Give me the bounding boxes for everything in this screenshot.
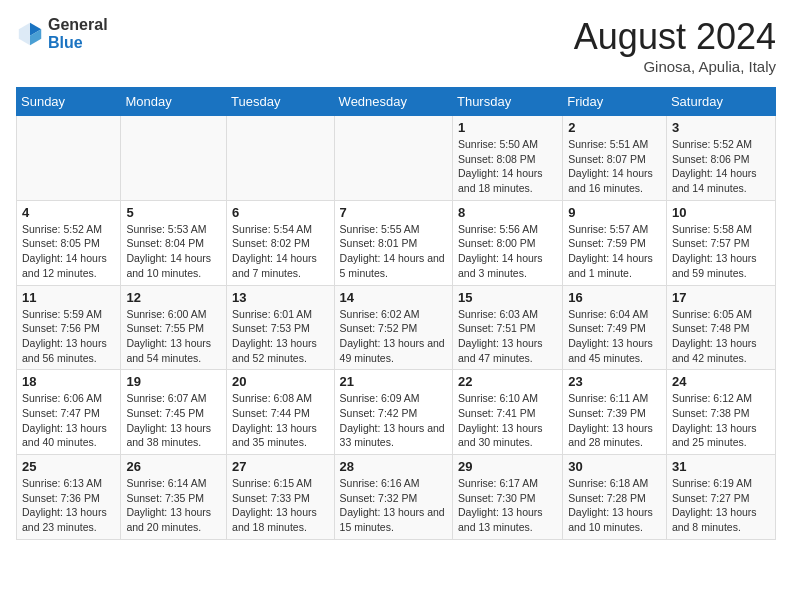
weekday-header-row: SundayMondayTuesdayWednesdayThursdayFrid… [17, 88, 776, 116]
calendar-cell: 1Sunrise: 5:50 AM Sunset: 8:08 PM Daylig… [452, 116, 562, 201]
day-number: 8 [458, 205, 557, 220]
day-info: Sunrise: 6:08 AM Sunset: 7:44 PM Dayligh… [232, 391, 328, 450]
calendar-cell: 15Sunrise: 6:03 AM Sunset: 7:51 PM Dayli… [452, 285, 562, 370]
day-number: 14 [340, 290, 447, 305]
calendar-cell: 7Sunrise: 5:55 AM Sunset: 8:01 PM Daylig… [334, 200, 452, 285]
calendar-cell: 31Sunrise: 6:19 AM Sunset: 7:27 PM Dayli… [666, 455, 775, 540]
day-number: 16 [568, 290, 661, 305]
day-number: 1 [458, 120, 557, 135]
day-info: Sunrise: 6:12 AM Sunset: 7:38 PM Dayligh… [672, 391, 770, 450]
calendar-cell: 3Sunrise: 5:52 AM Sunset: 8:06 PM Daylig… [666, 116, 775, 201]
day-info: Sunrise: 6:06 AM Sunset: 7:47 PM Dayligh… [22, 391, 115, 450]
calendar-cell: 13Sunrise: 6:01 AM Sunset: 7:53 PM Dayli… [227, 285, 334, 370]
day-number: 20 [232, 374, 328, 389]
calendar-cell: 25Sunrise: 6:13 AM Sunset: 7:36 PM Dayli… [17, 455, 121, 540]
calendar-cell: 9Sunrise: 5:57 AM Sunset: 7:59 PM Daylig… [563, 200, 667, 285]
calendar-table: SundayMondayTuesdayWednesdayThursdayFrid… [16, 87, 776, 540]
day-number: 25 [22, 459, 115, 474]
day-number: 24 [672, 374, 770, 389]
day-info: Sunrise: 6:00 AM Sunset: 7:55 PM Dayligh… [126, 307, 221, 366]
day-info: Sunrise: 6:19 AM Sunset: 7:27 PM Dayligh… [672, 476, 770, 535]
day-number: 7 [340, 205, 447, 220]
day-number: 27 [232, 459, 328, 474]
title-block: August 2024 Ginosa, Apulia, Italy [574, 16, 776, 75]
day-number: 11 [22, 290, 115, 305]
calendar-cell: 29Sunrise: 6:17 AM Sunset: 7:30 PM Dayli… [452, 455, 562, 540]
day-number: 13 [232, 290, 328, 305]
calendar-cell: 27Sunrise: 6:15 AM Sunset: 7:33 PM Dayli… [227, 455, 334, 540]
day-number: 17 [672, 290, 770, 305]
day-number: 3 [672, 120, 770, 135]
day-number: 15 [458, 290, 557, 305]
weekday-header: Friday [563, 88, 667, 116]
calendar-week-row: 18Sunrise: 6:06 AM Sunset: 7:47 PM Dayli… [17, 370, 776, 455]
day-info: Sunrise: 5:50 AM Sunset: 8:08 PM Dayligh… [458, 137, 557, 196]
calendar-cell: 26Sunrise: 6:14 AM Sunset: 7:35 PM Dayli… [121, 455, 227, 540]
calendar-week-row: 4Sunrise: 5:52 AM Sunset: 8:05 PM Daylig… [17, 200, 776, 285]
day-info: Sunrise: 6:17 AM Sunset: 7:30 PM Dayligh… [458, 476, 557, 535]
day-info: Sunrise: 6:09 AM Sunset: 7:42 PM Dayligh… [340, 391, 447, 450]
day-info: Sunrise: 5:59 AM Sunset: 7:56 PM Dayligh… [22, 307, 115, 366]
day-info: Sunrise: 6:05 AM Sunset: 7:48 PM Dayligh… [672, 307, 770, 366]
day-info: Sunrise: 6:01 AM Sunset: 7:53 PM Dayligh… [232, 307, 328, 366]
calendar-cell: 11Sunrise: 5:59 AM Sunset: 7:56 PM Dayli… [17, 285, 121, 370]
day-number: 12 [126, 290, 221, 305]
calendar-cell: 10Sunrise: 5:58 AM Sunset: 7:57 PM Dayli… [666, 200, 775, 285]
day-number: 10 [672, 205, 770, 220]
day-number: 26 [126, 459, 221, 474]
day-info: Sunrise: 6:18 AM Sunset: 7:28 PM Dayligh… [568, 476, 661, 535]
day-number: 31 [672, 459, 770, 474]
weekday-header: Sunday [17, 88, 121, 116]
calendar-cell: 19Sunrise: 6:07 AM Sunset: 7:45 PM Dayli… [121, 370, 227, 455]
day-number: 6 [232, 205, 328, 220]
calendar-cell: 5Sunrise: 5:53 AM Sunset: 8:04 PM Daylig… [121, 200, 227, 285]
calendar-cell: 16Sunrise: 6:04 AM Sunset: 7:49 PM Dayli… [563, 285, 667, 370]
calendar-cell: 12Sunrise: 6:00 AM Sunset: 7:55 PM Dayli… [121, 285, 227, 370]
calendar-cell [227, 116, 334, 201]
day-number: 30 [568, 459, 661, 474]
weekday-header: Thursday [452, 88, 562, 116]
day-info: Sunrise: 5:54 AM Sunset: 8:02 PM Dayligh… [232, 222, 328, 281]
logo-icon [16, 20, 44, 48]
calendar-cell: 23Sunrise: 6:11 AM Sunset: 7:39 PM Dayli… [563, 370, 667, 455]
day-info: Sunrise: 6:11 AM Sunset: 7:39 PM Dayligh… [568, 391, 661, 450]
day-info: Sunrise: 6:04 AM Sunset: 7:49 PM Dayligh… [568, 307, 661, 366]
day-info: Sunrise: 5:51 AM Sunset: 8:07 PM Dayligh… [568, 137, 661, 196]
calendar-cell: 21Sunrise: 6:09 AM Sunset: 7:42 PM Dayli… [334, 370, 452, 455]
weekday-header: Saturday [666, 88, 775, 116]
day-number: 2 [568, 120, 661, 135]
calendar-cell: 14Sunrise: 6:02 AM Sunset: 7:52 PM Dayli… [334, 285, 452, 370]
day-number: 23 [568, 374, 661, 389]
calendar-cell: 30Sunrise: 6:18 AM Sunset: 7:28 PM Dayli… [563, 455, 667, 540]
calendar-week-row: 25Sunrise: 6:13 AM Sunset: 7:36 PM Dayli… [17, 455, 776, 540]
logo: General Blue [16, 16, 108, 51]
calendar-cell: 6Sunrise: 5:54 AM Sunset: 8:02 PM Daylig… [227, 200, 334, 285]
calendar-cell [334, 116, 452, 201]
day-info: Sunrise: 5:52 AM Sunset: 8:06 PM Dayligh… [672, 137, 770, 196]
day-info: Sunrise: 5:52 AM Sunset: 8:05 PM Dayligh… [22, 222, 115, 281]
day-info: Sunrise: 5:56 AM Sunset: 8:00 PM Dayligh… [458, 222, 557, 281]
calendar-cell: 22Sunrise: 6:10 AM Sunset: 7:41 PM Dayli… [452, 370, 562, 455]
day-number: 21 [340, 374, 447, 389]
day-number: 5 [126, 205, 221, 220]
day-number: 4 [22, 205, 115, 220]
day-number: 29 [458, 459, 557, 474]
day-info: Sunrise: 6:07 AM Sunset: 7:45 PM Dayligh… [126, 391, 221, 450]
day-info: Sunrise: 6:15 AM Sunset: 7:33 PM Dayligh… [232, 476, 328, 535]
day-number: 19 [126, 374, 221, 389]
logo-blue-text: Blue [48, 34, 108, 52]
calendar-cell: 4Sunrise: 5:52 AM Sunset: 8:05 PM Daylig… [17, 200, 121, 285]
main-title: August 2024 [574, 16, 776, 58]
calendar-cell: 2Sunrise: 5:51 AM Sunset: 8:07 PM Daylig… [563, 116, 667, 201]
day-info: Sunrise: 6:10 AM Sunset: 7:41 PM Dayligh… [458, 391, 557, 450]
page-header: General Blue August 2024 Ginosa, Apulia,… [16, 16, 776, 75]
day-info: Sunrise: 5:55 AM Sunset: 8:01 PM Dayligh… [340, 222, 447, 281]
calendar-cell: 8Sunrise: 5:56 AM Sunset: 8:00 PM Daylig… [452, 200, 562, 285]
logo-general-text: General [48, 16, 108, 34]
calendar-week-row: 1Sunrise: 5:50 AM Sunset: 8:08 PM Daylig… [17, 116, 776, 201]
day-info: Sunrise: 6:14 AM Sunset: 7:35 PM Dayligh… [126, 476, 221, 535]
calendar-cell: 28Sunrise: 6:16 AM Sunset: 7:32 PM Dayli… [334, 455, 452, 540]
day-number: 18 [22, 374, 115, 389]
day-info: Sunrise: 5:58 AM Sunset: 7:57 PM Dayligh… [672, 222, 770, 281]
day-info: Sunrise: 5:57 AM Sunset: 7:59 PM Dayligh… [568, 222, 661, 281]
